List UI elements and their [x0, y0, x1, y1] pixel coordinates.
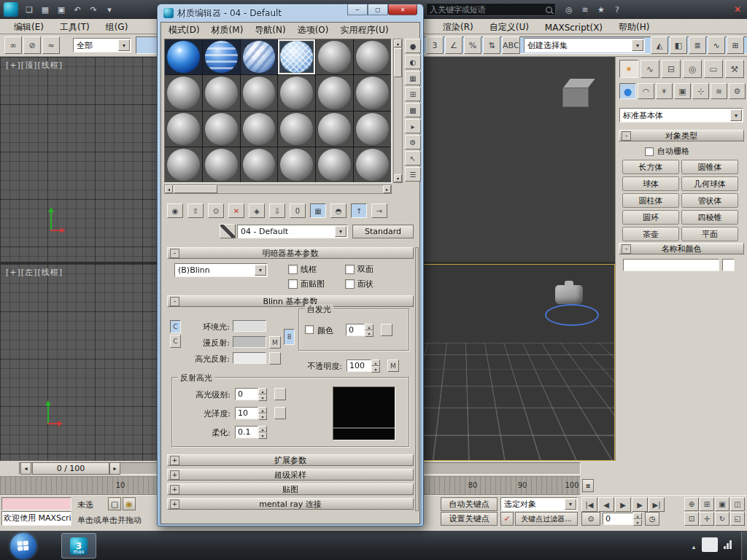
background-icon[interactable]: ▦ — [405, 71, 421, 85]
isolate-selection-icon[interactable]: ▢ — [108, 497, 121, 510]
specular-level-field[interactable]: 0 — [235, 388, 258, 400]
me-menu-item-1[interactable]: 模式(D) — [163, 22, 206, 39]
material-slot-24[interactable] — [354, 147, 391, 182]
dropdown-arrow-icon[interactable] — [632, 39, 643, 51]
menu-item-3[interactable]: MAXScript(X) — [537, 20, 611, 35]
taskbar-app-3dsmax[interactable]: 3max — [61, 533, 96, 559]
menu-item-1[interactable]: 编辑(E) — [6, 19, 52, 36]
slots-hscrollbar[interactable] — [164, 184, 392, 194]
material-slot-21[interactable] — [241, 147, 278, 182]
maximize-button[interactable] — [368, 4, 388, 15]
glossiness-map-button[interactable] — [274, 407, 286, 419]
qat-dropdown-icon[interactable]: ▾ — [102, 3, 117, 16]
sample-type-icon[interactable]: ● — [405, 39, 421, 53]
bind-spacewarp-icon[interactable]: ≈ — [42, 36, 60, 54]
slots-vscrollbar[interactable] — [393, 39, 403, 183]
primitive-button-6[interactable]: 管状体 — [681, 193, 738, 208]
specular-color-swatch[interactable] — [233, 352, 266, 364]
undo-icon[interactable]: ↶ — [70, 3, 85, 16]
named-sets-icon[interactable]: ABC — [502, 36, 520, 54]
dropdown-arrow-icon[interactable] — [565, 499, 576, 510]
subtab-helpers[interactable]: ⊹ — [692, 83, 709, 99]
selfillum-map-button[interactable] — [381, 324, 392, 336]
me-menu-item-3[interactable]: 导航(N) — [249, 22, 291, 39]
named-selection-sets-dropdown[interactable]: 创建选择集 — [524, 38, 645, 52]
material-slot-12[interactable] — [354, 75, 391, 110]
zoom-all-icon[interactable]: ⊞ — [700, 497, 714, 511]
material-slot-19[interactable] — [165, 147, 202, 182]
primitive-button-4[interactable]: 几何球体 — [681, 176, 738, 191]
select-by-material-icon[interactable]: ↖ — [405, 151, 421, 166]
me-menu-item-2[interactable]: 材质(M) — [206, 22, 249, 39]
time-configuration-button[interactable]: ◷ — [645, 512, 659, 526]
opacity-field[interactable]: 100 — [347, 359, 371, 372]
show-map-icon[interactable]: ▦ — [310, 203, 326, 218]
spinner-snap-icon[interactable]: ⇅ — [483, 36, 500, 54]
communication-icon[interactable]: ≋ — [578, 3, 592, 16]
align-icon[interactable]: ◧ — [670, 36, 687, 54]
pan-icon[interactable]: ✛ — [700, 512, 714, 526]
select-link-icon[interactable]: ∞ — [4, 36, 22, 54]
network-icon[interactable] — [724, 540, 732, 549]
soften-field[interactable]: 0.1 — [235, 426, 258, 438]
zoom-extents-all-icon[interactable]: ◫ — [730, 497, 745, 511]
material-slot-2[interactable] — [203, 39, 240, 74]
material-slot-17[interactable] — [316, 112, 353, 147]
subtab-systems[interactable]: ⚙ — [729, 83, 746, 99]
tab-display[interactable]: ▭ — [704, 60, 723, 78]
shader-checkbox-3[interactable]: 面贴图 — [288, 279, 345, 289]
ime-indicator[interactable] — [702, 537, 718, 552]
shader-checkbox-1[interactable]: 线框 — [288, 264, 345, 275]
menu-item-1[interactable]: 渲染(R) — [435, 19, 481, 36]
glossiness-spinner[interactable] — [258, 407, 267, 419]
mini-curve-editor-button[interactable]: ≣ — [582, 479, 594, 492]
rollout-mental-ray[interactable]: + mental ray 连接 — [167, 498, 414, 510]
material-slot-6[interactable] — [354, 39, 391, 74]
material-slot-22[interactable] — [278, 147, 315, 182]
app-close-button[interactable]: ✕ — [731, 3, 744, 16]
rollout-shader-basic-params[interactable]: - 明暗器基本参数 — [167, 247, 414, 259]
material-slot-1[interactable] — [165, 39, 202, 74]
rollout-scrollbar[interactable] — [415, 247, 419, 511]
rollout-object-type[interactable]: - 对象类型 — [619, 130, 744, 141]
tab-create[interactable]: ✶ — [619, 60, 638, 78]
go-sibling-icon[interactable]: → — [371, 203, 387, 218]
help-icon[interactable]: ? — [610, 3, 624, 16]
glossiness-field[interactable]: 10 — [235, 407, 258, 419]
next-frame-button[interactable]: ▶ — [632, 497, 648, 512]
ambient-color-swatch[interactable] — [233, 320, 266, 332]
macro-recorder-field[interactable] — [1, 497, 71, 510]
material-slot-4[interactable] — [278, 39, 315, 74]
dropdown-arrow-icon[interactable] — [335, 226, 347, 237]
rollout-name-color[interactable]: - 名称和颜色 — [619, 243, 744, 254]
subtab-shapes[interactable]: ◠ — [638, 83, 654, 99]
collapse-icon[interactable]: - — [622, 131, 631, 141]
tab-motion[interactable]: ◎ — [683, 60, 702, 78]
menu-item-4[interactable]: 帮助(H) — [611, 19, 657, 36]
angle-snap-icon[interactable]: ∠ — [445, 36, 462, 54]
dropdown-arrow-icon[interactable] — [730, 109, 742, 121]
time-next-button[interactable]: ▸ — [109, 462, 120, 475]
menu-item-2[interactable]: 自定义(U) — [481, 19, 537, 36]
zoom-extents-icon[interactable]: ▣ — [715, 497, 729, 511]
rollout-extended-params[interactable]: + 扩展参数 — [167, 454, 414, 466]
diffuse-color-swatch[interactable] — [233, 336, 266, 348]
go-parent-icon[interactable]: ↑ — [351, 203, 367, 218]
go-start-button[interactable]: |◀ — [581, 497, 597, 512]
tray-chevron-icon[interactable]: ▴ — [689, 542, 699, 552]
viewport-left-label[interactable]: [+][左][线框] — [6, 267, 63, 278]
time-slider-handle[interactable]: 0 / 100 — [32, 462, 109, 475]
shader-checkbox-4[interactable]: 面状 — [345, 279, 399, 289]
rollout-maps[interactable]: + 贴图 — [167, 483, 414, 495]
material-slot-7[interactable] — [165, 75, 202, 110]
material-slot-14[interactable] — [203, 112, 240, 147]
dropdown-arrow-icon[interactable] — [255, 265, 266, 276]
search-icon[interactable] — [546, 7, 552, 13]
show-desktop-button[interactable] — [741, 532, 747, 560]
viewcube[interactable] — [562, 79, 596, 109]
fov-icon[interactable]: ⊡ — [684, 512, 699, 526]
set-key-button[interactable]: ✓ — [500, 512, 514, 526]
maximize-viewport-icon[interactable]: ◱ — [730, 512, 745, 526]
specular-map-button[interactable] — [269, 352, 281, 365]
primitive-button-10[interactable]: 平面 — [681, 227, 738, 241]
